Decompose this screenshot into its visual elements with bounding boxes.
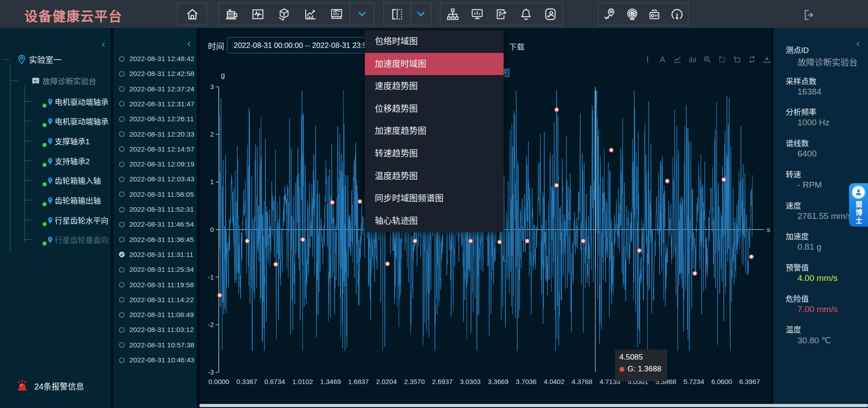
timestamp-label: 2022-08-31 12:03:43: [129, 175, 194, 183]
views-dropdown-button[interactable]: [350, 3, 374, 25]
user-account-button[interactable]: [538, 3, 562, 25]
timestamp-item[interactable]: 2022-08-31 11:08:49: [118, 311, 194, 319]
x-tick-label: 1.6837: [348, 378, 369, 385]
collapse-left-icon: [100, 41, 108, 49]
fan-equipment-button[interactable]: [621, 3, 644, 25]
motor-icon: [225, 7, 239, 21]
timestamp-item[interactable]: 2022-08-31 12:09:19: [118, 160, 194, 168]
menu-item-6[interactable]: 温度趋势图: [365, 165, 504, 188]
status-green-dot: [42, 123, 47, 127]
tree-item-sensor-2[interactable]: 电机驱动端轴承: [45, 95, 108, 107]
info-panel-collapse-button[interactable]: [855, 40, 862, 48]
timestamp-item[interactable]: 2022-08-31 11:03:12: [118, 326, 194, 334]
timestamp-label: 2022-08-31 12:09:19: [129, 160, 194, 168]
timestamp-item[interactable]: 2022-08-31 11:14:22: [118, 296, 194, 304]
timestamp-item[interactable]: 2022-08-31 12:14:57: [118, 145, 194, 153]
radio-unchecked-icon: [118, 236, 126, 243]
alarm-summary[interactable]: 24条报警信息: [15, 379, 84, 393]
waveform-view-button[interactable]: [245, 3, 271, 25]
assistant-float-widget[interactable]: 盟博士: [849, 183, 868, 227]
tree-item-sensor-5[interactable]: 支持轴承2: [45, 155, 90, 166]
field-label: 转速: [786, 168, 801, 180]
tree-item-sensor-3[interactable]: 电机驱动端轴承: [45, 115, 108, 127]
radio-unchecked-icon: [118, 281, 126, 289]
chart-type-dropdown-button[interactable]: [411, 3, 431, 25]
timestamp-label: 2022-08-31 11:36:45: [129, 236, 194, 244]
report-export-button[interactable]: [489, 3, 514, 25]
compare-panels-icon: [390, 7, 404, 21]
menu-item-4[interactable]: 加速度趋势图: [365, 120, 504, 142]
field-label: 采样点数: [786, 75, 816, 86]
tooltip-x-value: 4.5085: [619, 353, 663, 362]
x-tick-label: 4.3768: [571, 378, 592, 385]
timestamp-item[interactable]: 2022-08-31 12:20:33: [118, 130, 194, 138]
remote-control-icon: [647, 7, 661, 21]
field-label: 谱线数: [786, 137, 809, 148]
timestamp-item[interactable]: 2022-08-31 12:26:11: [118, 115, 194, 123]
map-location-button[interactable]: [599, 3, 621, 25]
map-pin-search-icon: [603, 7, 617, 21]
radio-unchecked-icon: [118, 296, 126, 304]
tree-item-sensor-8[interactable]: 行星齿轮水平向: [45, 214, 108, 226]
x-unit-label: s: [767, 226, 770, 233]
timestamp-item[interactable]: 2022-08-31 10:46:43: [118, 356, 194, 364]
menu-item-0[interactable]: 包络时域图: [365, 30, 504, 53]
timestamp-panel-collapse-button[interactable]: [186, 40, 193, 48]
menu-item-1[interactable]: 加速度时域图: [365, 53, 504, 76]
radio-unchecked-icon: [118, 85, 126, 93]
timestamp-item[interactable]: 2022-08-31 11:36:45: [118, 236, 194, 244]
tree-item-sensor-9[interactable]: 行星齿轮垂直向: [45, 233, 108, 245]
timestamp-item[interactable]: 2022-08-31 11:19:58: [118, 281, 194, 289]
menu-item-5[interactable]: 转速趋势图: [365, 142, 504, 165]
report-chart-button[interactable]: [323, 3, 349, 25]
timestamp-label: 2022-08-31 10:46:43: [129, 356, 194, 364]
horizontal-scrollbar[interactable]: [199, 404, 868, 407]
sidebar-collapse-button[interactable]: [100, 41, 108, 49]
home-button[interactable]: [178, 3, 207, 25]
device-hierarchy-button[interactable]: [440, 3, 465, 25]
equipment-button[interactable]: [219, 3, 245, 25]
timestamp-item[interactable]: 2022-08-31 11:58:05: [118, 190, 194, 199]
logout-button[interactable]: [802, 8, 816, 21]
timestamp-item[interactable]: 2022-08-31 11:31:11: [118, 251, 193, 259]
alarm-settings-button[interactable]: [514, 3, 538, 25]
menu-item-7[interactable]: 同步时域图频谱图: [365, 187, 504, 210]
tree-item-site[interactable]: 实验室一: [16, 53, 61, 65]
timestamp-item[interactable]: 2022-08-31 12:42:58: [118, 70, 194, 78]
x-tick-label: 0.6734: [264, 378, 285, 385]
hierarchy-icon: [446, 7, 460, 21]
field-value: - RPM: [797, 180, 822, 190]
compare-view-button[interactable]: [384, 3, 410, 25]
remote-control-button[interactable]: [643, 3, 666, 25]
tree-item-label: 齿轮箱输入轴: [55, 175, 101, 186]
tree-item-testbench[interactable]: 故障诊断实验台: [31, 75, 96, 86]
menu-item-3[interactable]: 位移趋势图: [365, 98, 504, 120]
x-tick-label: 1.0102: [292, 378, 313, 385]
gauge-dashboard-button[interactable]: [666, 3, 689, 25]
timestamp-item[interactable]: 2022-08-31 12:37:24: [118, 85, 194, 93]
series-marker-dot: [619, 367, 624, 372]
tree-item-sensor-4[interactable]: 支撑轴承1: [45, 135, 90, 147]
timestamp-item[interactable]: 2022-08-31 12:48:42: [118, 55, 194, 63]
trend-chart-icon: [303, 7, 317, 21]
timestamp-item[interactable]: 2022-08-31 12:03:43: [118, 175, 194, 183]
tree-item-sensor-7[interactable]: 齿轮箱输出轴: [45, 194, 101, 206]
timestamp-item[interactable]: 2022-08-31 11:52:31: [118, 205, 194, 213]
menu-item-8[interactable]: 轴心轨迹图: [365, 210, 504, 232]
x-tick-label: 2.0204: [376, 378, 397, 385]
menu-item-2[interactable]: 速度趋势图: [365, 75, 504, 98]
timestamp-item[interactable]: 2022-08-31 10:57:38: [118, 341, 194, 349]
tree-item-sensor-6[interactable]: 齿轮箱输入轴: [45, 174, 101, 186]
peak-marker: [498, 240, 502, 244]
x-tick-label: 6.0600: [711, 378, 732, 385]
timestamp-item[interactable]: 2022-08-31 12:31:47: [118, 100, 194, 108]
timestamp-item[interactable]: 2022-08-31 11:46:54: [118, 220, 194, 228]
timestamp-label: 2022-08-31 12:37:24: [129, 85, 194, 93]
peak-marker: [555, 108, 559, 112]
peak-marker: [386, 262, 390, 266]
y-tick-label: -3: [208, 368, 214, 376]
trend-analysis-button[interactable]: [297, 3, 323, 25]
model-3d-button[interactable]: [271, 3, 297, 25]
timestamp-item[interactable]: 2022-08-31 11:25:34: [118, 266, 194, 274]
monitor-dashboard-button[interactable]: [465, 3, 489, 25]
